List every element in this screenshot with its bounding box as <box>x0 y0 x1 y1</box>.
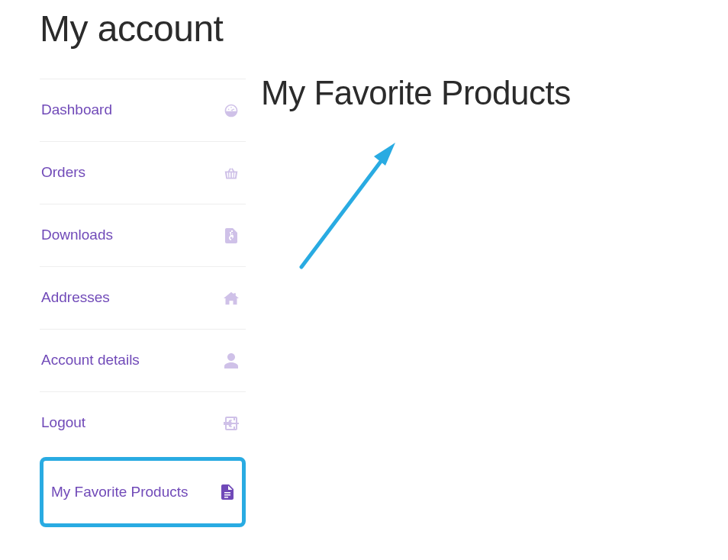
sidebar-item-label: My Favorite Products <box>51 481 188 504</box>
sidebar-item-label: Account details <box>41 349 140 372</box>
sidebar-item-orders[interactable]: Orders <box>40 141 246 204</box>
sidebar-item-dashboard[interactable]: Dashboard <box>40 79 246 141</box>
file-archive-icon <box>223 227 240 244</box>
content-heading: My Favorite Products <box>261 74 728 112</box>
user-icon <box>223 352 240 369</box>
sidebar-item-label: Downloads <box>41 224 113 246</box>
file-icon <box>219 484 236 500</box>
page-title: My account <box>0 0 728 50</box>
dashboard-icon <box>223 102 240 119</box>
basket-icon <box>223 165 240 182</box>
sidebar-item-account-details[interactable]: Account details <box>40 329 246 391</box>
sidebar-item-label: Dashboard <box>41 99 112 121</box>
content-area: My Favorite Products <box>246 79 728 527</box>
sidebar-item-label: Addresses <box>41 287 110 309</box>
signout-icon <box>223 415 240 432</box>
account-sidebar: Dashboard Orders Downloads Addresses Acc… <box>40 79 246 527</box>
sidebar-item-label: Logout <box>41 412 85 434</box>
sidebar-item-my-favorite-products[interactable]: My Favorite Products <box>43 461 242 523</box>
sidebar-item-downloads[interactable]: Downloads <box>40 204 246 266</box>
sidebar-item-logout[interactable]: Logout <box>40 391 246 454</box>
highlight-annotation: My Favorite Products <box>40 457 246 527</box>
sidebar-item-addresses[interactable]: Addresses <box>40 266 246 329</box>
home-icon <box>223 290 240 307</box>
sidebar-item-label: Orders <box>41 162 85 184</box>
